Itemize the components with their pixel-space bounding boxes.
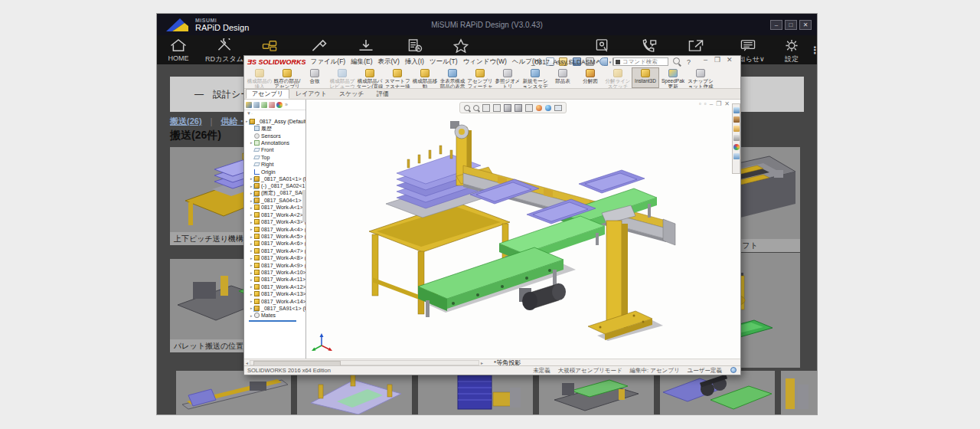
view-palette-icon[interactable] <box>733 135 740 141</box>
globe-icon[interactable] <box>730 367 737 373</box>
horizontal-scrollbar[interactable] <box>250 360 479 365</box>
thumbnail-card[interactable] <box>418 371 533 414</box>
ribbon-button[interactable]: 分解図 <box>577 67 604 88</box>
command-search-input[interactable]: コマンド検索 <box>613 57 668 66</box>
feature-tree-item[interactable]: 履歴 <box>244 125 305 132</box>
tree-filter[interactable]: ▼· <box>244 110 305 117</box>
ribbon-button[interactable]: 部品表 <box>549 67 577 88</box>
feature-tree-item[interactable]: 0817_Work-A<13> (Default <box>244 290 305 297</box>
feature-tree-item[interactable]: _0817_SA01<1> (Default<D <box>244 175 305 182</box>
feature-tree-item[interactable]: 0817_Work-A<6> (Default< <box>244 240 305 247</box>
ribbon-button[interactable]: スマートファスナー挿入 <box>384 67 411 88</box>
feature-tree-item[interactable]: 0817_Work-A<7> (Default< <box>244 247 305 254</box>
feature-tree-item[interactable]: (-) _0817_SA02<1> (Default <box>244 182 305 189</box>
rollback-bar[interactable] <box>249 320 296 322</box>
ribbon-button[interactable]: 分解ラインスケッチ <box>604 67 632 88</box>
feature-tree-item[interactable]: 0817_Work-A<4> (Default< <box>244 225 305 232</box>
doc-restore-icon[interactable]: ❐ <box>716 100 721 107</box>
feature-tree-item[interactable]: (固定) _0817_SA03<1> (Def <box>244 190 305 197</box>
scroll-left-icon[interactable]: ◂ <box>246 360 248 365</box>
feature-tree-item[interactable]: 0817_Work-A<10> (Default <box>244 269 305 276</box>
thumbnail-card[interactable] <box>297 371 412 414</box>
tab-sketch[interactable]: スケッチ <box>333 89 371 99</box>
nav-more-icon[interactable]: ⋮ <box>810 44 820 56</box>
file-explorer-icon[interactable] <box>733 126 740 132</box>
scroll-right-icon[interactable]: ▸ <box>481 360 483 365</box>
doc-close-icon[interactable]: ✕ <box>724 100 730 107</box>
doc-new-window-icon[interactable]: ▫ <box>699 100 701 107</box>
section-view-icon[interactable] <box>493 104 501 112</box>
ribbon-button[interactable]: 非表示構成部品の表示 <box>439 67 466 88</box>
ribbon-button[interactable]: アセンブリフィーチャー <box>466 67 494 88</box>
hide-show-items-icon[interactable] <box>525 104 533 112</box>
feature-tree-item[interactable]: 0817_Work-A<5> (Default< <box>244 233 305 240</box>
feature-tree-item[interactable]: 0817_Work-A<12> (Default <box>244 283 305 290</box>
doc-minimize-icon[interactable]: – <box>710 100 713 107</box>
graphics-viewport[interactable]: ▫ ▫ – ❐ ✕ <box>306 100 740 359</box>
view-orientation-icon[interactable] <box>504 104 511 112</box>
thumbnail-card[interactable] <box>539 371 654 414</box>
design-library-icon[interactable] <box>733 116 740 123</box>
feature-tree-item[interactable]: 0817_Work-A<9> (Default< <box>244 261 305 268</box>
appearances-icon[interactable] <box>733 144 740 150</box>
feature-tree-item[interactable]: 0817_Work-A<8> (Default< <box>244 254 305 261</box>
apply-scene-icon[interactable] <box>545 105 551 111</box>
feature-tree-item[interactable]: 0817_Work-A<1> (Default< <box>244 204 305 211</box>
feature-tree-item[interactable]: 0817_Work-A<2> (Default< <box>244 211 305 218</box>
ribbon-button[interactable]: 構成部品パターン(直線パターン) <box>356 67 384 88</box>
feature-tree-item[interactable]: Mates <box>244 312 305 319</box>
thumbnail-card[interactable] <box>781 371 817 414</box>
tab-assembly[interactable]: アセンブリ <box>246 89 289 99</box>
ribbon-button[interactable]: 新規モーションスタディ <box>521 67 549 88</box>
featuremanager-tab-icon[interactable] <box>246 102 252 108</box>
sw-minimize-button[interactable]: – <box>704 56 707 64</box>
search-magnifier-icon[interactable] <box>673 57 680 64</box>
zoom-to-area-icon[interactable] <box>473 105 479 111</box>
ribbon-button[interactable]: 合致 <box>301 67 328 88</box>
ribbon-button[interactable]: 構成部品プレビューウィンドウ <box>328 67 356 88</box>
ribbon-button[interactable]: スナップショット作成 <box>687 67 714 88</box>
feature-tree-item[interactable]: 0817_Work-A<3> (Default< <box>244 218 305 225</box>
custom-properties-icon[interactable] <box>733 153 740 159</box>
sw-close-button[interactable]: ✕ <box>727 56 733 64</box>
thumbnail-card[interactable] <box>660 371 775 414</box>
minimize-button[interactable]: – <box>770 20 782 30</box>
doc-cascade-icon[interactable]: ▫ <box>704 100 707 107</box>
feature-tree-root[interactable]: _0817_Assy (Default<Default_D <box>244 117 305 125</box>
zoom-to-fit-icon[interactable] <box>464 105 470 111</box>
sw-restore-button[interactable]: ❐ <box>714 56 720 64</box>
ribbon-button[interactable]: SpeedPak更新 <box>659 67 687 88</box>
help-button[interactable]: ? <box>687 58 691 66</box>
thumbnail-card[interactable] <box>176 371 291 414</box>
feature-tree-item[interactable]: Annotations <box>244 139 305 146</box>
feature-tree-item[interactable]: 0817_Work-A<11> (Default <box>244 276 305 283</box>
view-settings-icon[interactable] <box>554 105 562 111</box>
menu-item[interactable]: 編集(E) <box>351 57 372 67</box>
previous-view-icon[interactable] <box>482 104 490 112</box>
feature-tree-item[interactable]: Origin <box>244 168 305 175</box>
tree-scrollbar[interactable] <box>302 190 305 222</box>
displaymanager-tab-icon[interactable] <box>276 102 283 108</box>
resources-icon[interactable] <box>733 107 740 113</box>
feature-tree-item[interactable]: Front <box>244 146 305 153</box>
feature-tree-item[interactable]: _0817_SA91<1> (Default) <box>244 305 305 312</box>
menu-item[interactable]: ツール(T) <box>430 57 458 67</box>
menu-item[interactable]: ウィンドウ(W) <box>463 57 507 67</box>
menu-item[interactable]: 挿入(I) <box>405 57 424 67</box>
maximize-button[interactable]: □ <box>785 20 797 30</box>
undo-icon[interactable] <box>599 57 608 66</box>
propertymanager-tab-icon[interactable] <box>253 102 260 108</box>
ribbon-button[interactable]: 構成部品移動 <box>411 67 439 88</box>
ribbon-button[interactable]: 既存の部品/アセンブリ <box>273 67 301 88</box>
ribbon-button[interactable]: 参照ジオメトリ <box>494 67 521 88</box>
configurationmanager-tab-icon[interactable] <box>261 102 267 108</box>
ribbon-button[interactable]: 構成部品の挿入 <box>246 67 273 88</box>
ribbon-button[interactable]: Instant3D <box>632 67 659 88</box>
feature-tree-item[interactable]: Sensors <box>244 132 305 139</box>
feature-tree-item[interactable]: Right <box>244 161 305 168</box>
display-style-icon[interactable] <box>514 104 522 112</box>
feature-tree-item[interactable]: 0817_Work-A<14> (Default <box>244 297 305 304</box>
menu-item[interactable]: 表示(V) <box>378 57 400 67</box>
feature-tree-item[interactable]: _0817_SA04<1> (Default<D <box>244 197 305 204</box>
edit-appearance-icon[interactable] <box>536 105 542 111</box>
